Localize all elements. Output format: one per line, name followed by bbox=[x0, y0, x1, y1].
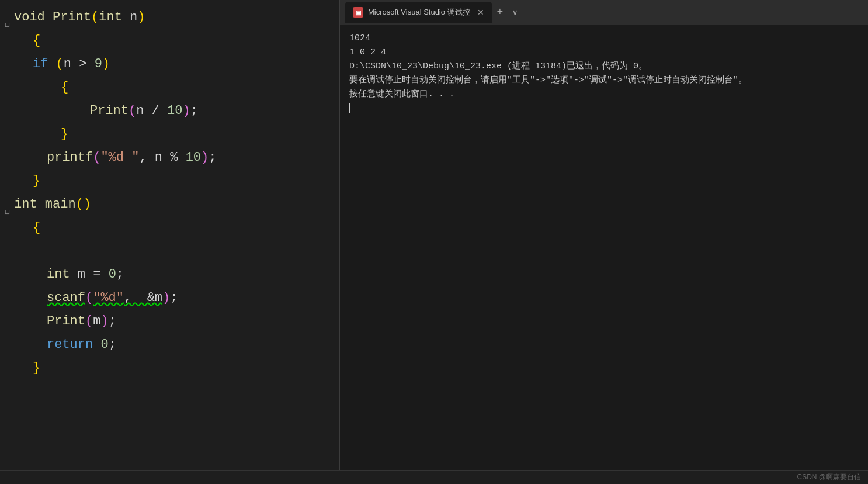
vs-icon: ▣ bbox=[353, 7, 363, 18]
terminal-line-1: 1024 bbox=[349, 32, 859, 46]
code-line-10: { bbox=[0, 216, 339, 240]
tab-label: Microsoft Visual Studio 调试控 bbox=[368, 7, 470, 18]
code-line-5: Print ( n / 10 ) ; bbox=[0, 99, 339, 123]
code-line-6: } bbox=[0, 123, 339, 146]
code-line-9: ⊟ int main () bbox=[0, 193, 339, 216]
terminal-cursor bbox=[349, 103, 350, 113]
code-line-8: } bbox=[0, 170, 339, 193]
code-line-1: ⊟ void Print ( int n ) bbox=[0, 6, 339, 29]
terminal-tab[interactable]: ▣ Microsoft Visual Studio 调试控 ✕ bbox=[345, 2, 492, 23]
collapse-icon-1[interactable]: ⊟ bbox=[5, 13, 13, 22]
terminal-output: 1024 1 0 2 4 D:\CSDN\10_23\Debug\10_23.e… bbox=[340, 25, 868, 470]
code-line-11 bbox=[0, 240, 339, 263]
new-tab-button[interactable]: + bbox=[492, 4, 508, 20]
code-line-7: printf ( "%d " , n % 10 ) ; bbox=[0, 146, 339, 170]
keyword-void: void bbox=[14, 6, 45, 29]
terminal-panel: ▣ Microsoft Visual Studio 调试控 ✕ + ∨ 1024… bbox=[340, 0, 868, 470]
terminal-tab-bar: ▣ Microsoft Visual Studio 调试控 ✕ + ∨ bbox=[340, 0, 868, 25]
code-line-12: int m = 0 ; bbox=[0, 263, 339, 286]
watermark-bar: CSDN @啊森要自信 bbox=[0, 470, 868, 484]
main-container: ⊟ void Print ( int n ) { if ( n > 9 ) bbox=[0, 0, 868, 470]
terminal-cursor-line bbox=[349, 102, 859, 116]
code-line-3: if ( n > 9 ) bbox=[0, 53, 339, 76]
terminal-line-3: D:\CSDN\10_23\Debug\10_23.exe (进程 13184)… bbox=[349, 60, 859, 74]
code-line-14: Print ( m ) ; bbox=[0, 310, 339, 333]
code-line-4: { bbox=[0, 76, 339, 99]
code-line-15: return 0 ; bbox=[0, 333, 339, 357]
code-line-16: } bbox=[0, 357, 339, 380]
tab-close-button[interactable]: ✕ bbox=[477, 8, 484, 17]
fn-print: Print bbox=[53, 6, 91, 29]
terminal-line-2: 1 0 2 4 bbox=[349, 46, 859, 60]
terminal-line-5: 按任意键关闭此窗口. . . bbox=[349, 88, 859, 102]
tab-dropdown-button[interactable]: ∨ bbox=[508, 5, 522, 20]
code-editor-panel: ⊟ void Print ( int n ) { if ( n > 9 ) bbox=[0, 0, 339, 470]
collapse-icon-2[interactable]: ⊟ bbox=[5, 200, 13, 209]
code-line-2: { bbox=[0, 29, 339, 53]
terminal-line-4: 要在调试停止时自动关闭控制台，请启用"工具"->"选项"->"调试"->"调试停… bbox=[349, 74, 859, 88]
code-line-13: scanf ( "%d" , &m ) ; bbox=[0, 286, 339, 310]
watermark-text: CSDN @啊森要自信 bbox=[797, 472, 861, 482]
